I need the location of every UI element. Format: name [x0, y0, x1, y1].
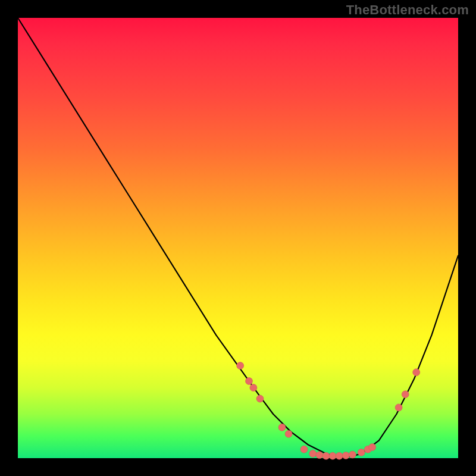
data-point-p8 [309, 450, 317, 458]
data-point-p20 [413, 369, 420, 376]
data-point-p15 [358, 449, 365, 456]
data-point-p1 [237, 362, 244, 369]
data-point-p17 [369, 444, 376, 451]
data-point-p11 [329, 452, 336, 459]
bottleneck-curve [18, 18, 458, 458]
data-point-p12 [336, 452, 343, 459]
data-point-p18 [395, 404, 402, 411]
data-point-p4 [256, 395, 264, 402]
data-points [237, 362, 420, 460]
data-point-p7 [300, 446, 308, 453]
data-point-p6 [285, 430, 292, 437]
data-point-p13 [342, 452, 349, 459]
watermark-text: TheBottleneck.com [346, 2, 469, 18]
data-point-p19 [402, 391, 409, 398]
data-point-p9 [316, 452, 323, 459]
plot-area [18, 18, 458, 458]
data-point-p10 [322, 452, 330, 459]
data-point-p2 [246, 378, 253, 385]
data-point-p5 [278, 424, 286, 431]
data-point-p14 [349, 451, 356, 458]
chart-frame: TheBottleneck.com [0, 0, 476, 476]
data-point-p3 [250, 384, 257, 392]
chart-svg [18, 18, 458, 458]
